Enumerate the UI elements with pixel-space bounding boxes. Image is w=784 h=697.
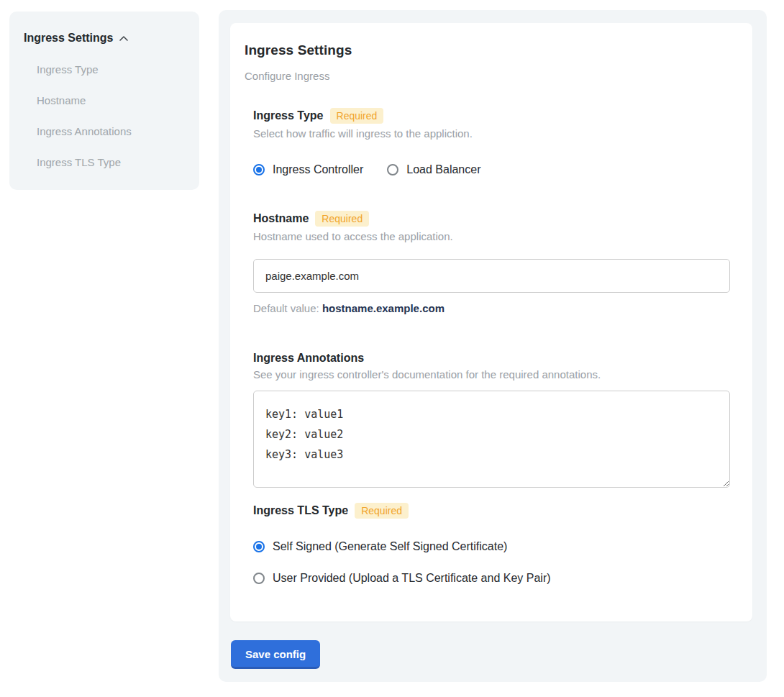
ingress-tls-type-label: Ingress TLS Type xyxy=(253,504,348,517)
ingress-type-description: Select how traffic will ingress to the a… xyxy=(253,127,730,140)
section-ingress-tls-type: Ingress TLS Type Required Self Signed (G… xyxy=(253,503,730,585)
required-badge: Required xyxy=(330,108,384,124)
card-subtitle: Configure Ingress xyxy=(245,70,730,82)
radio-unselected-icon[interactable] xyxy=(253,573,265,584)
required-badge: Required xyxy=(315,211,369,227)
radio-load-balancer-label: Load Balancer xyxy=(406,163,480,176)
sidebar-section-title: Ingress Settings xyxy=(24,32,113,45)
sidebar-item-hostname[interactable]: Hostname xyxy=(37,94,185,106)
hostname-description: Hostname used to access the application. xyxy=(253,230,730,242)
hostname-default-label: Default value: xyxy=(253,302,319,314)
sidebar-item-ingress-type[interactable]: Ingress Type xyxy=(37,63,185,76)
ingress-annotations-description: See your ingress controller's documentat… xyxy=(253,368,730,381)
radio-self-signed-label: Self Signed (Generate Self Signed Certif… xyxy=(273,540,507,553)
ingress-settings-sidebar: Ingress Settings Ingress Type Hostname I… xyxy=(9,12,199,190)
hostname-input[interactable] xyxy=(253,259,730,293)
card-title: Ingress Settings xyxy=(245,42,730,58)
radio-user-provided[interactable]: User Provided (Upload a TLS Certificate … xyxy=(253,572,730,585)
settings-panel: Ingress Settings Configure Ingress Ingre… xyxy=(219,10,767,682)
radio-selected-icon[interactable] xyxy=(253,164,265,176)
radio-ingress-controller[interactable]: Ingress Controller xyxy=(253,163,363,176)
radio-selected-icon[interactable] xyxy=(253,541,265,552)
radio-self-signed[interactable]: Self Signed (Generate Self Signed Certif… xyxy=(253,540,730,553)
ingress-annotations-textarea[interactable]: key1: value1 key2: value2 key3: value3 xyxy=(253,391,730,488)
ingress-type-radio-group: Ingress Controller Load Balancer xyxy=(253,163,730,176)
ingress-type-label: Ingress Type xyxy=(253,109,324,122)
hostname-default-line: Default value: hostname.example.com xyxy=(253,302,730,314)
section-ingress-annotations: Ingress Annotations See your ingress con… xyxy=(253,352,730,488)
radio-unselected-icon[interactable] xyxy=(387,164,398,176)
radio-user-provided-label: User Provided (Upload a TLS Certificate … xyxy=(273,572,551,585)
sidebar-item-list: Ingress Type Hostname Ingress Annotation… xyxy=(37,63,185,168)
section-ingress-type: Ingress Type Required Select how traffic… xyxy=(253,108,730,176)
chevron-up-icon xyxy=(119,34,129,44)
sidebar-section-header[interactable]: Ingress Settings xyxy=(24,32,185,45)
required-badge: Required xyxy=(355,503,409,519)
section-hostname: Hostname Required Hostname used to acces… xyxy=(253,211,730,314)
ingress-settings-card: Ingress Settings Configure Ingress Ingre… xyxy=(230,23,752,621)
sidebar-item-ingress-tls-type[interactable]: Ingress TLS Type xyxy=(37,156,185,168)
hostname-default-value: hostname.example.com xyxy=(322,302,445,314)
sidebar-item-ingress-annotations[interactable]: Ingress Annotations xyxy=(37,125,185,137)
ingress-annotations-label: Ingress Annotations xyxy=(253,352,364,365)
hostname-label: Hostname xyxy=(253,212,309,225)
ingress-tls-radio-group: Self Signed (Generate Self Signed Certif… xyxy=(253,540,730,585)
save-config-button[interactable]: Save config xyxy=(231,640,320,669)
radio-load-balancer[interactable]: Load Balancer xyxy=(387,163,480,176)
radio-ingress-controller-label: Ingress Controller xyxy=(273,163,363,176)
